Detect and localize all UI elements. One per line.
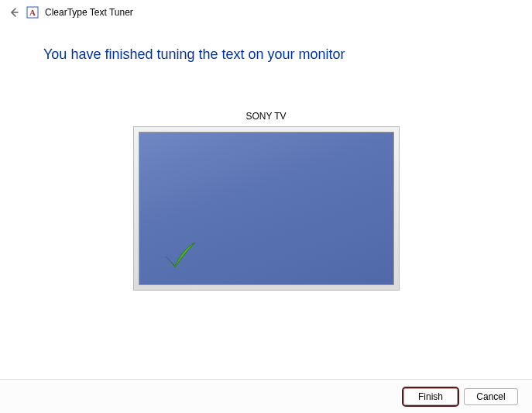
monitor-preview-container [0, 126, 532, 291]
cleartype-app-icon: A [26, 6, 39, 19]
cancel-button[interactable]: Cancel [464, 388, 518, 405]
window-header: A ClearType Text Tuner [0, 0, 532, 25]
back-arrow-icon[interactable] [8, 6, 20, 19]
monitor-name-label: SONY TV [0, 111, 532, 122]
window-title: ClearType Text Tuner [45, 7, 133, 18]
dialog-footer: Finish Cancel [0, 379, 532, 413]
checkmark-icon [161, 239, 198, 274]
svg-text:A: A [29, 8, 36, 17]
page-heading: You have finished tuning the text on you… [0, 25, 532, 63]
finish-button[interactable]: Finish [403, 388, 458, 405]
monitor-frame [133, 126, 400, 291]
monitor-screen [139, 132, 394, 285]
finish-button-highlight: Finish [403, 388, 458, 405]
